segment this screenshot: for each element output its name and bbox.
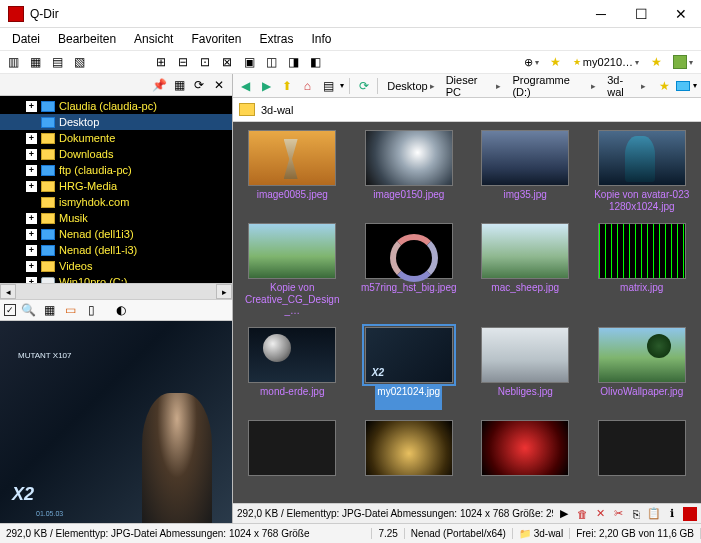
- props-icon[interactable]: ℹ: [665, 507, 679, 521]
- crumb-folder[interactable]: 3d-wal▸: [603, 74, 649, 98]
- favorite-star-icon[interactable]: ★: [547, 53, 565, 71]
- grid-e-icon[interactable]: ▣: [240, 53, 258, 71]
- layout-3-icon[interactable]: ▤: [48, 53, 66, 71]
- layout-4-icon[interactable]: ▧: [70, 53, 88, 71]
- thumb-image: [248, 130, 336, 186]
- thumb-item[interactable]: Kopie von avatar-023 1280x1024.jpg: [591, 130, 694, 213]
- tree-item[interactable]: ismyhdok.com: [0, 194, 232, 210]
- nav-fwd-icon[interactable]: ▶: [258, 77, 276, 95]
- addr-color-icon[interactable]: [676, 81, 690, 91]
- copy-icon[interactable]: ⎘: [629, 507, 643, 521]
- preview-view3-icon[interactable]: ▯: [82, 301, 100, 319]
- close-button[interactable]: ✕: [661, 0, 701, 28]
- tree-opt-icon[interactable]: ▦: [170, 76, 188, 94]
- expander-icon[interactable]: +: [26, 261, 37, 272]
- thumb-item[interactable]: img35.jpg: [474, 130, 577, 213]
- grid-d-icon[interactable]: ⊠: [218, 53, 236, 71]
- minimize-button[interactable]: ─: [581, 0, 621, 28]
- layout-1-icon[interactable]: ▥: [4, 53, 22, 71]
- thumb-item[interactable]: [474, 420, 577, 503]
- tree-item[interactable]: Desktop: [0, 114, 232, 130]
- menu-favoriten[interactable]: Favoriten: [183, 30, 249, 48]
- thumb-image: [598, 420, 686, 476]
- tree-item[interactable]: +Nenad (dell1-i3): [0, 242, 232, 258]
- menu-bearbeiten[interactable]: Bearbeiten: [50, 30, 124, 48]
- zoom-dropdown[interactable]: ⊕▾: [520, 56, 543, 69]
- menu-extras[interactable]: Extras: [251, 30, 301, 48]
- thumb-item[interactable]: [241, 420, 344, 503]
- grid-c-icon[interactable]: ⊡: [196, 53, 214, 71]
- tree-item[interactable]: +Videos: [0, 258, 232, 274]
- expander-icon[interactable]: +: [26, 213, 37, 224]
- thumb-item[interactable]: m57ring_hst_big.jpeg: [358, 223, 461, 317]
- expander-icon[interactable]: +: [26, 165, 37, 176]
- tree-item[interactable]: +ftp (claudia-pc): [0, 162, 232, 178]
- expander-icon[interactable]: +: [26, 149, 37, 160]
- menu-info[interactable]: Info: [303, 30, 339, 48]
- thumb-item[interactable]: [591, 420, 694, 503]
- thumb-item[interactable]: Nebliges.jpg: [474, 327, 577, 410]
- thumb-item[interactable]: matrix.jpg: [591, 223, 694, 317]
- grid-a-icon[interactable]: ⊞: [152, 53, 170, 71]
- expander-icon[interactable]: +: [26, 245, 37, 256]
- layout-2-icon[interactable]: ▦: [26, 53, 44, 71]
- preview-zoom-icon[interactable]: 🔍: [19, 301, 37, 319]
- grid-h-icon[interactable]: ◧: [306, 53, 324, 71]
- tree-item[interactable]: +Win10pro (C:): [0, 274, 232, 283]
- thumb-item[interactable]: image0150.jpeg: [358, 130, 461, 213]
- preview-toggle-icon[interactable]: ◐: [112, 301, 130, 319]
- bookmark-star-icon[interactable]: ★: [647, 53, 665, 71]
- tree-hscroll[interactable]: ◂▸: [0, 283, 232, 299]
- delete-icon[interactable]: 🗑: [575, 507, 589, 521]
- expander-icon[interactable]: +: [26, 229, 37, 240]
- preview-view1-icon[interactable]: ▦: [40, 301, 58, 319]
- tree-refresh-icon[interactable]: ⟳: [190, 76, 208, 94]
- menu-ansicht[interactable]: Ansicht: [126, 30, 181, 48]
- maximize-button[interactable]: ☐: [621, 0, 661, 28]
- tree-close-icon[interactable]: ✕: [210, 76, 228, 94]
- thumb-item[interactable]: [358, 420, 461, 503]
- thumb-item[interactable]: Kopie von Creative_CG_Design_…: [241, 223, 344, 317]
- grid-f-icon[interactable]: ◫: [262, 53, 280, 71]
- preview-check[interactable]: ✓: [4, 304, 16, 316]
- pin-icon[interactable]: 📌: [150, 76, 168, 94]
- thumb-item[interactable]: mond-erde.jpg: [241, 327, 344, 410]
- color-dropdown[interactable]: ▾: [669, 55, 697, 69]
- cut-icon[interactable]: ✂: [611, 507, 625, 521]
- preview-view2-icon[interactable]: ▭: [61, 301, 79, 319]
- tree-item[interactable]: +Claudia (claudia-pc): [0, 98, 232, 114]
- thumb-item[interactable]: image0085.jpeg: [241, 130, 344, 213]
- tree-item[interactable]: +HRG-Media: [0, 178, 232, 194]
- nav-up-icon[interactable]: ⬆: [278, 77, 296, 95]
- favorite-item[interactable]: ★my0210…▾: [569, 56, 643, 68]
- thumb-view[interactable]: image0085.jpegimage0150.jpegimg35.jpgKop…: [233, 122, 701, 503]
- tree-item[interactable]: +Downloads: [0, 146, 232, 162]
- crumb-desktop[interactable]: Desktop▸: [383, 80, 438, 92]
- addr-star-icon[interactable]: ★: [656, 77, 674, 95]
- grid-b-icon[interactable]: ⊟: [174, 53, 192, 71]
- crumb-drive[interactable]: Programme (D:)▸: [508, 74, 600, 98]
- address-bar[interactable]: 3d-wal: [233, 98, 701, 122]
- folder-tree[interactable]: +Claudia (claudia-pc)Desktop+Dokumente+D…: [0, 96, 232, 283]
- nav-home-icon[interactable]: ⌂: [299, 77, 317, 95]
- refresh-icon[interactable]: ⟳: [355, 77, 373, 95]
- nav-back-icon[interactable]: ◀: [237, 77, 255, 95]
- tree-item[interactable]: +Musik: [0, 210, 232, 226]
- thumb-item[interactable]: mac_sheep.jpg: [474, 223, 577, 317]
- expander-icon[interactable]: +: [26, 181, 37, 192]
- tree-item[interactable]: +Nenad (dell1i3): [0, 226, 232, 242]
- app-mini-icon[interactable]: [683, 507, 697, 521]
- menu-datei[interactable]: Datei: [4, 30, 48, 48]
- run-icon[interactable]: ▶: [557, 507, 571, 521]
- crumb-thispc[interactable]: Dieser PC▸: [442, 74, 506, 98]
- expander-icon[interactable]: +: [26, 101, 37, 112]
- grid-g-icon[interactable]: ◨: [284, 53, 302, 71]
- preview-toolbar: ✓ 🔍 ▦ ▭ ▯ ◐: [0, 299, 232, 321]
- paste-icon[interactable]: 📋: [647, 507, 661, 521]
- view-list-icon[interactable]: ▤: [319, 77, 337, 95]
- thumb-item[interactable]: my021024.jpg: [358, 327, 461, 410]
- thumb-item[interactable]: OlivoWallpaper.jpg: [591, 327, 694, 410]
- remove-icon[interactable]: ✕: [593, 507, 607, 521]
- expander-icon[interactable]: +: [26, 133, 37, 144]
- tree-item[interactable]: +Dokumente: [0, 130, 232, 146]
